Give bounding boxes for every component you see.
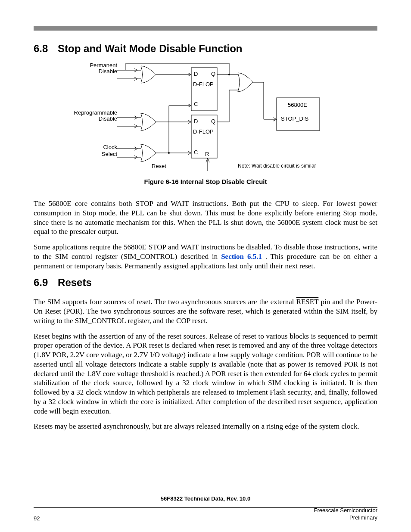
svg-line-38 [134, 147, 137, 149]
header-rule [34, 26, 377, 31]
svg-line-20 [134, 116, 137, 118]
label-d-2: D [194, 118, 198, 124]
svg-line-43 [188, 151, 191, 153]
section-title: Resets [58, 277, 92, 288]
svg-line-49 [188, 106, 191, 107]
svg-line-8 [188, 75, 191, 76]
footer-page-number: 92 [34, 515, 40, 522]
section-xref-651[interactable]: Section 6.5.1 [221, 252, 262, 261]
section-number: 6.9 [34, 277, 48, 288]
label-c-1: C [194, 101, 198, 107]
figure-caption: Figure 6-16 Internal Stop Disable Circui… [144, 178, 267, 185]
svg-line-22 [134, 124, 137, 126]
svg-line-33 [273, 119, 277, 121]
svg-line-25 [188, 122, 191, 124]
paragraph-69-1: The SIM supports four sources of reset. … [34, 297, 377, 325]
svg-line-3 [134, 68, 137, 70]
footer-company: Freescale Semiconductor Preliminary [314, 507, 377, 522]
label-c-2: C [194, 149, 198, 156]
svg-line-24 [188, 120, 191, 122]
label-select: Select [87, 151, 117, 157]
svg-line-39 [134, 157, 137, 159]
svg-line-37 [134, 149, 137, 150]
footer-status: Preliminary [349, 514, 377, 521]
svg-line-32 [273, 118, 277, 119]
svg-line-7 [188, 73, 191, 75]
label-stop-dis: STOP_DIS [281, 116, 308, 122]
svg-line-19 [134, 118, 137, 119]
svg-line-52 [208, 158, 209, 162]
svg-line-51 [206, 158, 208, 162]
paragraph-69-3: Resets may be asserted asynchronously, b… [34, 422, 377, 431]
label-reset: Reset [152, 163, 166, 169]
paragraph-69-2: Reset begins with the assertion of any o… [34, 332, 377, 416]
label-q-2: Q [211, 118, 215, 124]
figure-6-16: Permanent Disable Reprogrammable Disable… [34, 63, 377, 194]
reset-signal: RESET [296, 298, 319, 306]
label-disable-2: Disable [87, 116, 117, 122]
label-note: Note: Wait disable circuit is similar [238, 163, 316, 169]
section-heading-68: 6.8 Stop and Wait Mode Disable Function [34, 43, 377, 55]
svg-line-5 [134, 77, 137, 79]
label-q-1: Q [211, 71, 215, 77]
svg-line-2 [134, 70, 137, 72]
paragraph-68-2: Some applications require the 56800E STO… [34, 243, 377, 271]
label-56800e: 56800E [288, 102, 307, 108]
svg-line-21 [134, 126, 137, 128]
label-clock: Clock [87, 144, 117, 150]
footer-company-name: Freescale Semiconductor [314, 507, 377, 513]
paragraph-68-1: The 56800E core contains both STOP and W… [34, 199, 377, 236]
label-disable-1: Disable [87, 68, 117, 75]
section-number: 6.8 [34, 43, 48, 54]
label-r: R [205, 151, 209, 157]
label-dflop-2: D-FLOP [193, 129, 214, 135]
svg-line-44 [188, 153, 191, 155]
label-dflop-1: D-FLOP [193, 81, 214, 87]
label-d-1: D [194, 71, 198, 77]
svg-line-40 [134, 156, 137, 157]
svg-line-48 [188, 104, 191, 106]
section-title: Stop and Wait Mode Disable Function [58, 43, 242, 54]
footer-doc-title: 56F8322 Techncial Data, Rev. 10.0 [0, 495, 411, 502]
svg-line-4 [134, 79, 137, 81]
section-heading-69: 6.9 Resets [34, 277, 377, 289]
p3-part-a: The SIM supports four sources of reset. … [34, 298, 296, 306]
